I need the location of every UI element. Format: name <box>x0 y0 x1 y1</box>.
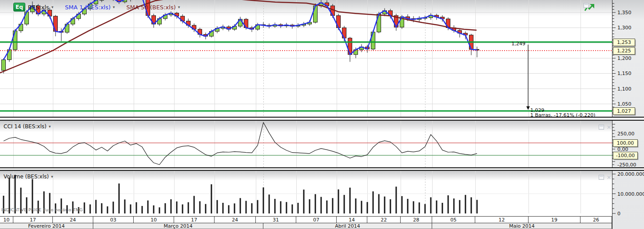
svg-text:1,100: 1,100 <box>617 86 632 92</box>
x-axis-week-label: 14 <box>337 217 367 223</box>
x-axis-week-label: 10 <box>0 217 13 223</box>
svg-text:20.000.000: 20.000.000 <box>617 171 644 177</box>
svg-text:1,249: 1,249 <box>512 41 526 47</box>
symbol-label: BES:xls <box>28 4 49 11</box>
sma1-label: SMA 1 (BES:xls) <box>65 4 111 11</box>
chevron-down-icon[interactable]: ▾ <box>51 174 53 179</box>
x-axis-month-row: Fevereiro 2014Março 2014Abril 2014Maio 2… <box>0 223 612 229</box>
chart-window: 1,2491,0291 Barras, -17,61% (-0,220) Eq … <box>0 0 644 229</box>
x-axis-week-label: 22 <box>367 217 401 223</box>
price-label-badge: -100,00 <box>613 152 638 159</box>
x-axis-week-label: 24 <box>53 217 93 223</box>
x-axis-month-label: Março 2014 <box>93 223 263 229</box>
x-axis-week-label: 03 <box>93 217 134 223</box>
x-axis-month-label: Fevereiro 2014 <box>0 223 93 229</box>
svg-text:0: 0 <box>617 211 620 217</box>
volume-title: Volume (BES:xls) <box>4 174 49 180</box>
x-axis-week-label: 28 <box>401 217 432 223</box>
cci-panel-controls: ✕ <box>599 125 611 130</box>
cci-indicator-panel[interactable]: CCI 14 (BES:xls) ▾ ✕ <box>0 121 612 167</box>
volume-panel-controls: ✕ <box>599 175 611 180</box>
sma50-label: SMA 50 (BES:xls) <box>127 4 176 11</box>
price-label-badge: 1,253 <box>613 39 635 46</box>
symbol-selector[interactable]: BES:xls ▾ <box>28 4 53 11</box>
x-axis-week-label: 12 <box>475 217 529 223</box>
x-axis-week-label: 10 <box>134 217 174 223</box>
price-arrow-annotation: 1,2491,0291 Barras, -17,61% (-0,220) <box>512 41 596 117</box>
x-axis-week-label: 17 <box>13 217 53 223</box>
close-panel-icon[interactable]: ✕ <box>607 175 611 180</box>
cci-plot[interactable] <box>0 121 612 167</box>
panel-divider[interactable] <box>0 117 644 121</box>
x-axis-month-label: Abril 2014 <box>263 223 432 229</box>
price-plot[interactable]: 1,2491,0291 Barras, -17,61% (-0,220) <box>0 0 612 117</box>
chevron-down-icon[interactable]: ▾ <box>178 5 180 9</box>
x-axis-week-label: 17 <box>174 217 215 223</box>
svg-text:1,150: 1,150 <box>617 71 632 76</box>
restore-window-icon[interactable] <box>584 3 589 8</box>
svg-text:1,200: 1,200 <box>617 55 632 61</box>
restore-panel-icon[interactable] <box>599 175 604 180</box>
price-label-badge: 1,027 <box>613 107 635 115</box>
svg-text:1,050: 1,050 <box>617 101 632 107</box>
chevron-down-icon[interactable]: ▾ <box>113 5 115 9</box>
restore-panel-icon[interactable] <box>599 125 604 130</box>
data-feed-watermark: INDICATIVE PRICE Fuso horário TMG <box>1 207 83 212</box>
x-axis-month-label: Maio 2014 <box>432 223 612 229</box>
cci-line <box>4 122 477 165</box>
x-axis-week-label: 24 <box>215 217 256 223</box>
equity-type-badge: Eq <box>13 3 25 12</box>
price-label-badge: 100,00 <box>613 139 638 147</box>
svg-text:1,350: 1,350 <box>617 10 632 16</box>
chevron-down-icon[interactable]: ▾ <box>49 124 51 129</box>
close-panel-icon[interactable]: ✕ <box>607 125 611 130</box>
x-axis-week-label: 07 <box>296 217 337 223</box>
x-axis-week-label: 19 <box>529 217 580 223</box>
price-label-badge: 1,225 <box>613 47 635 55</box>
sma1-selector[interactable]: SMA 1 (BES:xls) ▾ <box>65 4 115 11</box>
chevron-down-icon[interactable]: ▾ <box>52 5 54 9</box>
volume-panel[interactable]: INDICATIVE PRICE Fuso horário TMG Volume… <box>0 171 612 213</box>
panel-divider[interactable] <box>0 167 644 171</box>
x-axis-week-label: 26 <box>580 217 612 223</box>
cci-header-dropdown[interactable]: CCI 14 (BES:xls) ▾ <box>4 123 51 130</box>
cci-title: CCI 14 (BES:xls) <box>4 123 47 130</box>
svg-text:250,00: 250,00 <box>617 131 635 137</box>
sma50-selector[interactable]: SMA 50 (BES:xls) ▾ <box>127 4 180 11</box>
x-axis-week-label: 05 <box>432 217 475 223</box>
price-panel[interactable]: 1,2491,0291 Barras, -17,61% (-0,220) Eq … <box>0 0 612 117</box>
volume-header-dropdown[interactable]: Volume (BES:xls) ▾ <box>4 174 53 180</box>
x-axis-week-row: 10172403101724310714222805121926 <box>0 216 612 223</box>
svg-text:1 Barras, -17,61% (-0,220): 1 Barras, -17,61% (-0,220) <box>530 112 596 117</box>
panel-top-right-icons <box>584 3 589 8</box>
volume-plot[interactable] <box>0 171 612 213</box>
chart-legend: Eq BES:xls ▾ SMA 1 (BES:xls) ▾ SMA 50 (B… <box>13 3 191 12</box>
x-axis-week-label: 31 <box>256 217 296 223</box>
svg-text:10.000.000: 10.000.000 <box>617 191 644 197</box>
svg-text:1,300: 1,300 <box>617 25 632 31</box>
